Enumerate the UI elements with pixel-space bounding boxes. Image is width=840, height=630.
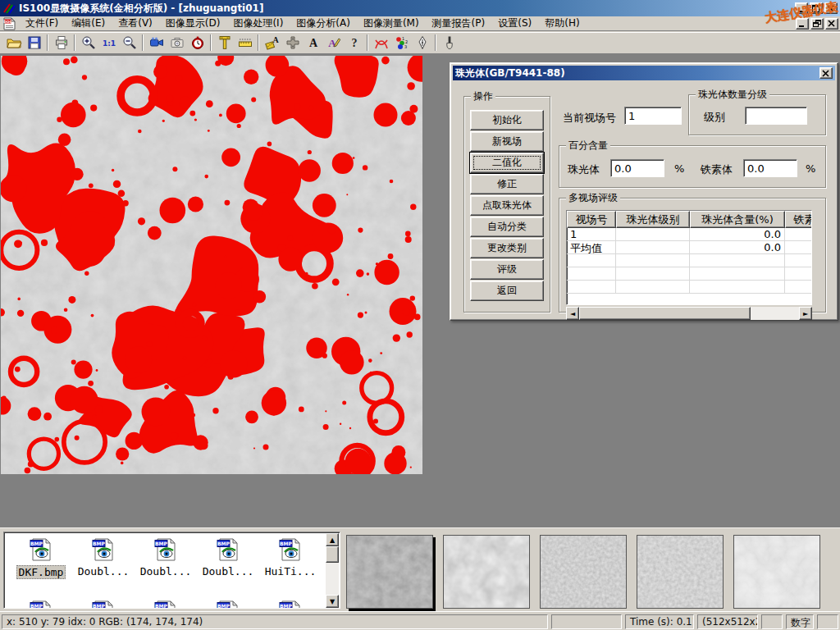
toolbar-calibration-button[interactable]: A bbox=[262, 34, 282, 52]
file-item-3[interactable]: BMPDoubl... bbox=[198, 537, 258, 578]
close-button[interactable] bbox=[824, 2, 838, 14]
toolbar-print-button[interactable] bbox=[51, 34, 71, 52]
toolbar-actual-size-button[interactable]: 1:1 bbox=[98, 34, 119, 52]
op-button-4[interactable]: 点取珠光体 bbox=[470, 195, 544, 216]
table-row[interactable] bbox=[567, 267, 811, 281]
rating-table[interactable]: 视场号珠光体级别珠光体含量(%)铁素体 10.0平均值0.0 bbox=[566, 210, 812, 305]
scroll-right-icon[interactable]: ► bbox=[799, 307, 812, 320]
toolbar-open-button[interactable] bbox=[3, 34, 24, 52]
op-button-1[interactable]: 新视场 bbox=[470, 131, 544, 152]
menu-item-2[interactable]: 查看(V) bbox=[112, 16, 159, 30]
menu-item-6[interactable]: 图像测量(M) bbox=[357, 16, 426, 30]
file-item-0[interactable]: BMPDKF.bmp bbox=[11, 537, 71, 579]
minimize-button[interactable] bbox=[795, 2, 808, 14]
op-button-2[interactable]: 二值化 bbox=[470, 153, 544, 173]
op-button-7[interactable]: 评级 bbox=[470, 259, 544, 280]
table-header-2[interactable]: 珠光体含量(%) bbox=[690, 211, 785, 228]
op-button-3[interactable]: 修正 bbox=[470, 174, 544, 194]
toolbar-brush-tool-button[interactable] bbox=[439, 34, 459, 52]
current-field-input[interactable] bbox=[624, 107, 682, 125]
bmp-file-icon: BMP bbox=[89, 600, 117, 609]
image-thumbnail-1[interactable] bbox=[443, 535, 530, 609]
menu-item-3[interactable]: 图像显示(D) bbox=[159, 16, 227, 30]
scroll-up-icon[interactable]: ▲ bbox=[326, 533, 339, 546]
table-header-3[interactable]: 铁素体 bbox=[785, 211, 812, 228]
image-thumbnail-0[interactable] bbox=[346, 535, 433, 609]
table-horizontal-scrollbar[interactable]: ◄ ► bbox=[566, 307, 812, 320]
grade-level-input[interactable] bbox=[745, 107, 807, 125]
table-header-1[interactable]: 珠光体级别 bbox=[616, 211, 690, 228]
svg-text:3: 3 bbox=[404, 44, 407, 49]
op-button-0[interactable]: 初始化 bbox=[470, 110, 544, 130]
mdi-restore-button[interactable] bbox=[810, 18, 824, 30]
file-item-1[interactable]: BMPDoubl... bbox=[73, 537, 134, 578]
ferrite-percent-input[interactable] bbox=[743, 159, 797, 177]
scroll-left-icon[interactable]: ◄ bbox=[566, 307, 579, 320]
toolbar-text-edit-button[interactable]: A bbox=[323, 34, 344, 52]
file-item-row2-0[interactable]: BMP bbox=[11, 600, 71, 609]
document-icon[interactable]: DOC bbox=[3, 17, 16, 30]
file-item-2[interactable]: BMPDoubl... bbox=[135, 537, 196, 578]
file-item-row2-4[interactable]: BMP bbox=[260, 600, 321, 609]
toolbar-video-camera-button[interactable] bbox=[146, 34, 167, 52]
gallery-panel: BMPDKF.bmpBMPDoubl...BMPDoubl...BMPDoubl… bbox=[0, 527, 840, 611]
table-row[interactable]: 10.0 bbox=[567, 228, 811, 241]
mdi-minimize-button[interactable] bbox=[796, 18, 809, 30]
table-row[interactable]: 平均值0.0 bbox=[567, 241, 811, 254]
op-button-8[interactable]: 返回 bbox=[470, 281, 544, 301]
toolbar-curve-tool-button[interactable] bbox=[371, 34, 391, 52]
image-thumbnail-2[interactable] bbox=[540, 535, 627, 609]
file-item-4[interactable]: BMPHuiTi... bbox=[260, 537, 321, 578]
file-list[interactable]: BMPDKF.bmpBMPDoubl...BMPDoubl...BMPDoubl… bbox=[3, 532, 340, 609]
toolbar-zoom-out-button[interactable] bbox=[119, 34, 139, 52]
file-item-row2-1[interactable]: BMP bbox=[73, 600, 134, 609]
toolbar-photo-camera-button[interactable] bbox=[167, 34, 187, 52]
toolbar-text-label-button[interactable]: A bbox=[303, 34, 323, 52]
app-icon bbox=[2, 2, 16, 15]
table-header-0[interactable]: 视场号 bbox=[567, 211, 616, 228]
toolbar-pen-tool-button[interactable] bbox=[412, 34, 432, 52]
menu-item-0[interactable]: 文件(F) bbox=[19, 16, 65, 30]
svg-text:BMP: BMP bbox=[155, 603, 168, 609]
scrollbar-thumb[interactable] bbox=[326, 546, 339, 563]
menu-item-4[interactable]: 图像处理(I) bbox=[226, 16, 290, 30]
toolbar-help-button[interactable]: ? bbox=[344, 34, 364, 52]
toolbar-save-button[interactable] bbox=[24, 34, 44, 52]
toolbar-timer-button[interactable] bbox=[187, 34, 208, 52]
toolbar-zoom-in-button[interactable] bbox=[78, 34, 98, 52]
menu-item-5[interactable]: 图像分析(A) bbox=[290, 16, 357, 30]
dialog-title: 珠光体(GB/T9441-88) bbox=[455, 66, 565, 80]
file-list-scrollbar[interactable]: ▲ ▼ bbox=[326, 533, 339, 608]
scrollbar-thumb[interactable] bbox=[579, 307, 751, 320]
window-title: IS100显微摄像系统(金相分析版) - [zhuguangti01] bbox=[19, 2, 263, 16]
mdi-close-button[interactable] bbox=[825, 18, 838, 30]
menu-item-1[interactable]: 编辑(E) bbox=[65, 16, 112, 30]
toolbar-caliper-vertical-button[interactable] bbox=[214, 34, 235, 52]
menu-item-8[interactable]: 设置(S) bbox=[491, 16, 538, 30]
menu-item-9[interactable]: 帮助(H) bbox=[538, 16, 586, 30]
svg-text:?: ? bbox=[351, 37, 357, 49]
table-cell bbox=[567, 281, 616, 293]
scroll-down-icon[interactable]: ▼ bbox=[326, 595, 339, 608]
op-button-5[interactable]: 自动分类 bbox=[470, 217, 544, 237]
file-item-row2-3[interactable]: BMP bbox=[198, 600, 258, 609]
maximize-button[interactable] bbox=[810, 2, 823, 14]
file-item-row2-2[interactable]: BMP bbox=[135, 600, 196, 609]
table-row[interactable] bbox=[567, 281, 811, 294]
image-thumbnail-3[interactable] bbox=[637, 535, 724, 609]
table-cell bbox=[785, 267, 812, 280]
menu-item-7[interactable]: 测量报告(P) bbox=[426, 16, 492, 30]
rating-table-header: 视场号珠光体级别珠光体含量(%)铁素体 bbox=[567, 211, 811, 228]
grading-group-label: 珠光体数量分级 bbox=[696, 89, 769, 100]
table-row[interactable] bbox=[567, 254, 811, 267]
micrograph-image-binarized[interactable] bbox=[1, 56, 422, 474]
pearlite-percent-input[interactable] bbox=[610, 159, 664, 177]
dialog-close-button[interactable] bbox=[819, 67, 833, 79]
toolbar-rgb-marker-button[interactable]: 123 bbox=[391, 34, 412, 52]
svg-text:DOC: DOC bbox=[3, 19, 12, 23]
image-thumbnail-4[interactable] bbox=[733, 535, 820, 609]
toolbar-ruler-horizontal-button[interactable] bbox=[235, 34, 255, 52]
help-icon: ? bbox=[346, 34, 363, 51]
op-button-6[interactable]: 更改类别 bbox=[470, 238, 544, 258]
toolbar-move-cross-button[interactable] bbox=[282, 34, 303, 52]
